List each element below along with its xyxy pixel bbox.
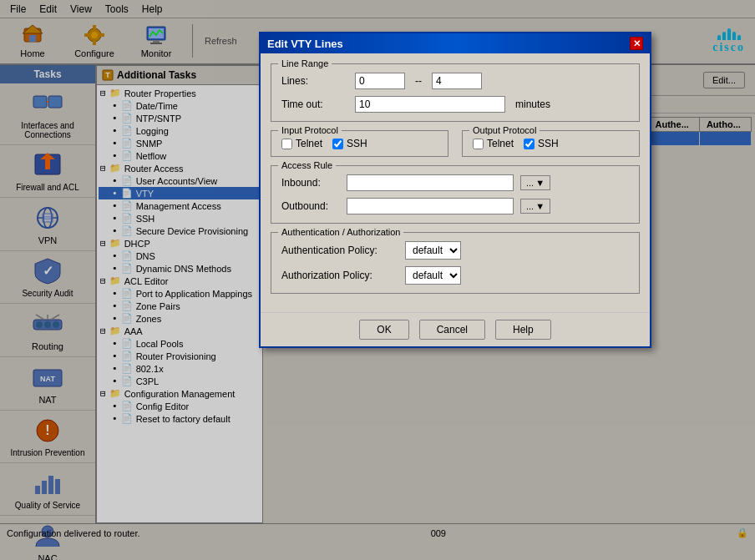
minutes-label: minutes: [515, 98, 550, 110]
lines-row: Lines: --: [281, 73, 629, 89]
input-telnet-checkbox[interactable]: [281, 139, 292, 149]
edit-vty-modal: Edit VTY Lines ✕ Line Range Lines: -- Ti…: [259, 32, 651, 348]
outbound-label: Outbound:: [281, 200, 340, 212]
inbound-label: Inbound:: [281, 177, 340, 189]
modal-body: Line Range Lines: -- Time out: minutes I…: [261, 53, 650, 312]
auth-section: Authentication / Authorization Authentic…: [271, 232, 640, 294]
output-ssh-label: SSH: [538, 138, 559, 149]
line-start-input[interactable]: [355, 73, 405, 89]
input-protocol-row: Telnet SSH: [281, 138, 438, 149]
inbound-btn-label: ...: [526, 178, 534, 188]
modal-close-button[interactable]: ✕: [630, 37, 643, 50]
auth-policy-row: Authentication Policy: default none loca…: [281, 241, 629, 260]
authz-policy-label: Authorization Policy:: [281, 270, 398, 281]
inbound-input[interactable]: [347, 174, 514, 191]
output-protocol-row: Telnet SSH: [473, 138, 629, 149]
inbound-browse-button[interactable]: ... ▼: [520, 175, 550, 190]
access-rule-label: Access Rule: [278, 160, 336, 170]
outbound-row: Outbound: ... ▼: [281, 198, 629, 214]
help-button[interactable]: Help: [495, 320, 551, 340]
auth-section-label: Authentication / Authorization: [278, 227, 403, 237]
input-ssh-label: SSH: [347, 138, 367, 149]
line-separator: --: [412, 75, 425, 87]
input-protocol-label: Input Protocol: [278, 125, 342, 135]
input-protocol-box: Input Protocol Telnet SSH: [271, 130, 448, 157]
ok-button[interactable]: OK: [359, 320, 408, 340]
output-protocol-box: Output Protocol Telnet SSH: [462, 130, 640, 157]
outbound-browse-button[interactable]: ... ▼: [520, 199, 550, 214]
output-ssh-item: SSH: [524, 138, 559, 149]
authz-policy-select[interactable]: default none local: [405, 266, 461, 285]
timeout-input[interactable]: [355, 96, 505, 113]
outbound-btn-label: ...: [526, 201, 534, 211]
lines-label: Lines:: [281, 75, 348, 87]
line-range-label: Line Range: [278, 58, 332, 68]
output-telnet-label: Telnet: [487, 138, 514, 149]
access-rule-section: Access Rule Inbound: ... ▼ Outbound: ...…: [271, 165, 640, 224]
outbound-dropdown-icon: ▼: [535, 201, 545, 211]
input-telnet-item: Telnet: [281, 138, 322, 149]
authz-policy-row: Authorization Policy: default none local: [281, 266, 629, 285]
inbound-row: Inbound: ... ▼: [281, 174, 629, 191]
protocol-section: Input Protocol Telnet SSH Output Protoco: [271, 130, 640, 157]
modal-titlebar: Edit VTY Lines ✕: [261, 33, 650, 53]
outbound-input[interactable]: [347, 198, 514, 214]
timeout-row: Time out: minutes: [281, 96, 629, 113]
line-range-section: Line Range Lines: -- Time out: minutes: [271, 63, 640, 122]
modal-title: Edit VTY Lines: [267, 38, 343, 50]
output-protocol-label: Output Protocol: [469, 125, 540, 135]
timeout-label: Time out:: [281, 98, 348, 110]
input-ssh-item: SSH: [332, 138, 367, 149]
auth-policy-select[interactable]: default none local: [405, 241, 461, 260]
output-telnet-item: Telnet: [473, 138, 514, 149]
line-end-input[interactable]: [432, 73, 482, 89]
modal-footer: OK Cancel Help: [261, 312, 650, 346]
modal-overlay: Edit VTY Lines ✕ Line Range Lines: -- Ti…: [0, 0, 755, 560]
input-telnet-label: Telnet: [296, 138, 322, 149]
output-ssh-checkbox[interactable]: [524, 139, 535, 149]
input-ssh-checkbox[interactable]: [332, 139, 343, 149]
inbound-dropdown-icon: ▼: [535, 178, 545, 188]
cancel-button[interactable]: Cancel: [419, 320, 485, 340]
output-telnet-checkbox[interactable]: [473, 139, 484, 149]
auth-policy-label: Authentication Policy:: [281, 245, 398, 256]
